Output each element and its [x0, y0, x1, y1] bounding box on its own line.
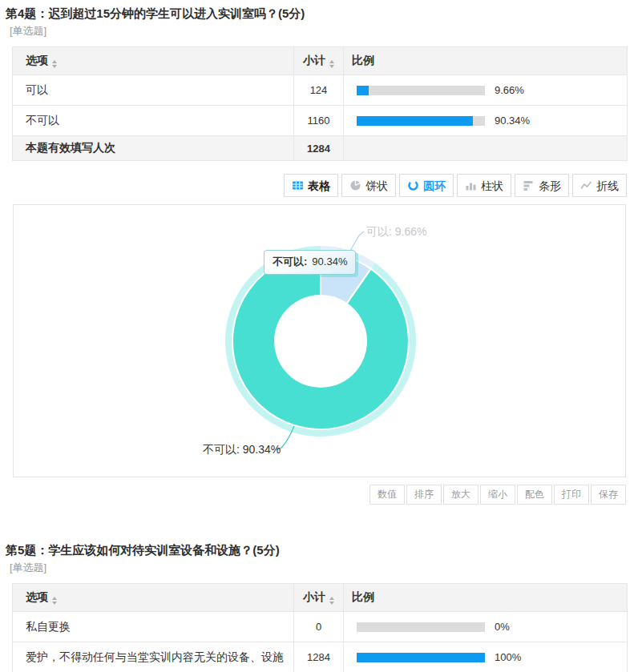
ratio-bar-track	[357, 653, 485, 662]
donut-chart[interactable]	[14, 205, 625, 477]
sort-by-count-header[interactable]: 小计	[294, 584, 344, 612]
zoom-in-button[interactable]: 放大	[443, 485, 478, 505]
ratio-header: 比例	[344, 584, 628, 612]
count-header-label: 小计	[303, 54, 325, 66]
question-5-section: 第5题：学生应该如何对待实训室设备和设施？(5分) [单选题] 选项 小计 比例	[0, 543, 638, 672]
ratio-bar-track	[357, 86, 485, 95]
option-cell: 私自更换	[13, 612, 294, 642]
summary-row: 本题有效填写人次 1284	[13, 136, 628, 161]
count-cell: 1160	[294, 106, 344, 136]
option-cell: 不可以	[13, 106, 294, 136]
chart-type-label: 圆环	[423, 180, 446, 191]
table-header-row: 选项 小计 比例	[13, 47, 628, 75]
ratio-bar-track	[357, 622, 485, 632]
ratio-cell: 90.34%	[344, 106, 628, 136]
summary-empty-cell	[344, 136, 628, 161]
zoom-out-button[interactable]: 缩小	[480, 485, 515, 505]
sort-icon	[329, 597, 334, 605]
sort-icon	[329, 60, 334, 68]
chart-type-table-button[interactable]: 表格	[284, 174, 338, 197]
sort-button[interactable]: 排序	[406, 485, 442, 505]
question-type-tag: [单选题]	[10, 561, 638, 575]
ratio-percent-label: 0%	[495, 621, 510, 633]
option-cell: 爱护，不得动任何与当堂实训内容无关的设备、设施	[13, 642, 294, 672]
ratio-cell: 0%	[344, 612, 628, 642]
question-4-section: 第4题：迟到超过15分钟的学生可以进入实训室吗？(5分) [单选题] 选项 小计…	[0, 6, 638, 505]
count-cell: 0	[294, 612, 344, 642]
question-4-stats-table: 选项 小计 比例 可以 124	[12, 46, 628, 161]
ratio-percent-label: 100%	[495, 651, 521, 663]
option-cell: 可以	[13, 75, 294, 106]
print-button[interactable]: 打印	[554, 485, 589, 505]
tooltip-label: 不可以:	[273, 256, 307, 268]
chart-actions-toolbar: 数值 排序 放大 缩小 配色 打印 保存	[12, 485, 626, 505]
sort-by-option-header[interactable]: 选项	[13, 47, 294, 75]
table-row: 私自更换 0 0%	[13, 612, 628, 642]
ratio-bar-fill	[357, 86, 369, 95]
count-header-label: 小计	[303, 590, 325, 603]
sort-icon	[52, 597, 57, 605]
question-5-stats-table: 选项 小计 比例 私自更换 0	[12, 583, 628, 672]
chart-type-column-button[interactable]: 柱状	[457, 174, 511, 197]
count-cell: 124	[294, 75, 344, 106]
chart-type-label: 折线	[596, 180, 619, 191]
sort-by-count-header[interactable]: 小计	[294, 47, 344, 75]
ratio-bar-track	[357, 116, 485, 126]
ratio-bar-fill	[357, 116, 473, 126]
chart-type-toolbar: 表格 饼状 圆环 柱状	[12, 174, 627, 197]
sort-icon	[52, 60, 57, 68]
values-button[interactable]: 数值	[369, 485, 405, 505]
chart-type-label: 柱状	[481, 180, 503, 191]
chart-type-pie-button[interactable]: 饼状	[341, 174, 396, 197]
ratio-header-label: 比例	[352, 590, 374, 603]
ring-icon	[407, 179, 419, 191]
summary-count: 1284	[294, 136, 344, 161]
ratio-percent-label: 90.34%	[495, 115, 530, 127]
chart-type-line-button[interactable]: 折线	[572, 174, 627, 197]
question-title: 第5题：学生应该如何对待实训室设备和设施？(5分)	[6, 543, 638, 558]
chart-tooltip: 不可以:90.34%	[264, 250, 356, 275]
chart-panel: 可以: 9.66% 不可以: 90.34% 不可以:90.34%	[13, 204, 626, 477]
chart-type-hbar-button[interactable]: 条形	[515, 174, 569, 197]
table-icon	[292, 179, 304, 191]
ratio-percent-label: 9.66%	[495, 84, 524, 96]
save-button[interactable]: 保存	[591, 485, 626, 505]
ratio-header: 比例	[344, 47, 628, 75]
chart-type-ring-button[interactable]: 圆环	[399, 174, 454, 197]
tooltip-value: 90.34%	[312, 256, 347, 268]
option-header-label: 选项	[26, 54, 48, 66]
sort-by-option-header[interactable]: 选项	[13, 584, 294, 612]
ratio-bar-fill	[357, 653, 485, 662]
ratio-cell: 100%	[344, 642, 628, 672]
column-icon	[465, 179, 477, 191]
chart-type-label: 饼状	[365, 180, 388, 191]
pie-icon	[349, 179, 361, 191]
question-title: 第4题：迟到超过15分钟的学生可以进入实训室吗？(5分)	[6, 6, 638, 22]
option-header-label: 选项	[26, 590, 48, 603]
table-header-row: 选项 小计 比例	[13, 584, 628, 612]
hbar-icon	[523, 179, 535, 191]
chart-type-label: 条形	[539, 180, 561, 191]
count-cell: 1284	[294, 642, 344, 672]
question-type-tag: [单选题]	[10, 24, 638, 38]
slice-label-bukeyi: 不可以: 90.34%	[203, 443, 281, 457]
summary-label: 本题有效填写人次	[13, 136, 294, 161]
chart-type-label: 表格	[308, 180, 330, 191]
ratio-header-label: 比例	[352, 54, 374, 66]
palette-button[interactable]: 配色	[517, 485, 552, 505]
table-row: 可以 124 9.66%	[13, 75, 628, 106]
table-row: 不可以 1160 90.34%	[13, 106, 628, 136]
donut-slice-不可以	[232, 253, 409, 429]
table-row: 爱护，不得动任何与当堂实训内容无关的设备、设施 1284 100%	[13, 642, 628, 672]
line-icon	[580, 179, 592, 191]
ratio-cell: 9.66%	[344, 75, 628, 106]
survey-results-page: 第4题：迟到超过15分钟的学生可以进入实训室吗？(5分) [单选题] 选项 小计…	[0, 6, 638, 672]
slice-label-keyi: 可以: 9.66%	[366, 225, 426, 239]
